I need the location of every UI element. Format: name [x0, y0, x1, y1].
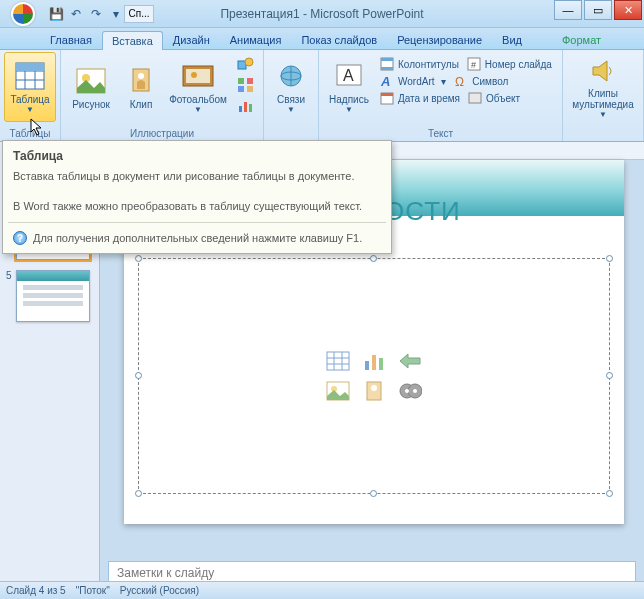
- chart-button[interactable]: [235, 96, 257, 116]
- clip-icon: [125, 65, 157, 97]
- office-button[interactable]: [4, 0, 42, 28]
- resize-handle[interactable]: [606, 372, 613, 379]
- thumbnail-5[interactable]: 5: [6, 270, 93, 322]
- datetime-label: Дата и время: [398, 93, 460, 104]
- svg-rect-15: [238, 78, 244, 84]
- content-placeholder[interactable]: [138, 258, 610, 494]
- svg-text:#: #: [471, 60, 476, 70]
- tab-format[interactable]: Формат: [552, 30, 611, 49]
- picture-label: Рисунок: [72, 99, 110, 110]
- svg-text:A: A: [380, 74, 390, 88]
- links-label: Связи: [277, 94, 305, 105]
- svg-rect-29: [381, 67, 393, 70]
- clip-label: Клип: [130, 99, 153, 110]
- svg-point-12: [191, 72, 197, 78]
- table-icon: [14, 60, 46, 92]
- wordart-button[interactable]: A WordArt ▾: [377, 73, 449, 89]
- resize-handle[interactable]: [370, 490, 377, 497]
- svg-rect-5: [16, 63, 44, 71]
- album-icon: [182, 60, 214, 92]
- textbox-icon: A: [333, 60, 365, 92]
- resize-handle[interactable]: [135, 255, 142, 262]
- resize-handle[interactable]: [370, 255, 377, 262]
- help-dropdown[interactable]: Сп...: [124, 5, 154, 23]
- tab-insert[interactable]: Вставка: [102, 31, 163, 50]
- speaker-icon: [587, 55, 619, 86]
- save-icon[interactable]: 💾: [48, 6, 64, 22]
- tab-view[interactable]: Вид: [492, 30, 532, 49]
- clip-button[interactable]: Клип: [119, 52, 163, 122]
- table-label: Таблица: [10, 94, 49, 105]
- qat-menu-icon[interactable]: ▾: [108, 6, 124, 22]
- svg-rect-18: [247, 86, 253, 92]
- svg-rect-21: [249, 104, 252, 112]
- dropdown-icon: ▼: [345, 105, 353, 114]
- links-button[interactable]: Связи ▼: [268, 52, 314, 122]
- shapes-button[interactable]: [235, 54, 257, 74]
- insert-picture-icon[interactable]: [324, 379, 352, 403]
- table-button[interactable]: Таблица ▼: [4, 52, 56, 122]
- svg-rect-44: [372, 355, 376, 370]
- slideno-label: Номер слайда: [485, 59, 552, 70]
- tooltip-help: ? Для получения дополнительных сведений …: [13, 231, 381, 245]
- office-logo-icon: [11, 2, 35, 26]
- svg-rect-19: [239, 106, 242, 112]
- tab-home[interactable]: Главная: [40, 30, 102, 49]
- redo-icon[interactable]: ↷: [88, 6, 104, 22]
- picture-button[interactable]: Рисунок: [65, 52, 117, 122]
- svg-rect-43: [365, 361, 369, 370]
- tooltip-help-text: Для получения дополнительных сведений на…: [33, 232, 362, 244]
- resize-handle[interactable]: [606, 255, 613, 262]
- resize-handle[interactable]: [135, 372, 142, 379]
- help-icon: ?: [13, 231, 27, 245]
- window-title: Презентация1 - Microsoft PowerPoint: [220, 7, 423, 21]
- smartart-button[interactable]: [235, 75, 257, 95]
- undo-icon[interactable]: ↶: [68, 6, 84, 22]
- dropdown-icon: ▼: [287, 105, 295, 114]
- photoalbum-button[interactable]: Фотоальбом ▼: [165, 52, 231, 122]
- maximize-button[interactable]: ▭: [584, 0, 612, 20]
- tab-design[interactable]: Дизайн: [163, 30, 220, 49]
- group-tables-label: Таблицы: [4, 127, 56, 141]
- insert-table-icon[interactable]: [324, 349, 352, 373]
- group-links: Связи ▼: [264, 50, 319, 141]
- tab-review[interactable]: Рецензирование: [387, 30, 492, 49]
- close-button[interactable]: ✕: [614, 0, 642, 20]
- dropdown-icon: ▼: [599, 110, 607, 119]
- media-clips-button[interactable]: Клипы мультимедиа ▼: [567, 52, 639, 122]
- svg-text:Ω: Ω: [455, 75, 464, 88]
- svg-rect-20: [244, 102, 247, 112]
- group-text: A Надпись ▼ Колонтитулы # Номер слайда A…: [319, 50, 563, 141]
- window-controls: — ▭ ✕: [552, 0, 644, 27]
- minimize-button[interactable]: —: [554, 0, 582, 20]
- svg-rect-17: [238, 86, 244, 92]
- group-text-label: Текст: [323, 127, 558, 141]
- insert-chart-icon[interactable]: [360, 349, 388, 373]
- dropdown-icon: ▼: [194, 105, 202, 114]
- symbol-label: Символ: [472, 76, 508, 87]
- resize-handle[interactable]: [606, 490, 613, 497]
- insert-clipart-icon[interactable]: [360, 379, 388, 403]
- resize-handle[interactable]: [135, 490, 142, 497]
- tab-animation[interactable]: Анимация: [220, 30, 292, 49]
- ribbon: Таблица ▼ Таблицы Рисунок Клип Фотоальбо…: [0, 50, 644, 142]
- svg-rect-38: [327, 352, 349, 370]
- svg-rect-28: [381, 58, 393, 61]
- tab-slideshow[interactable]: Показ слайдов: [291, 30, 387, 49]
- quick-access-toolbar: 💾 ↶ ↷ ▾: [48, 6, 124, 22]
- tooltip-line2: В Word также можно преобразовать в табли…: [13, 199, 381, 214]
- status-bar: Слайд 4 из 5 "Поток" Русский (Россия): [0, 581, 644, 599]
- insert-smartart-icon[interactable]: [396, 349, 424, 373]
- symbol-button[interactable]: Ω Символ: [451, 73, 511, 89]
- textbox-button[interactable]: A Надпись ▼: [323, 52, 375, 122]
- object-button[interactable]: Объект: [465, 90, 523, 106]
- group-media-label: [567, 127, 639, 141]
- datetime-button[interactable]: Дата и время: [377, 90, 463, 106]
- slide-number-button[interactable]: # Номер слайда: [464, 56, 555, 72]
- group-links-label: [268, 127, 314, 141]
- textbox-label: Надпись: [329, 94, 369, 105]
- header-footer-button[interactable]: Колонтитулы: [377, 56, 462, 72]
- insert-media-icon[interactable]: [396, 379, 424, 403]
- svg-rect-11: [186, 69, 210, 83]
- group-illus-label: Иллюстрации: [65, 127, 259, 141]
